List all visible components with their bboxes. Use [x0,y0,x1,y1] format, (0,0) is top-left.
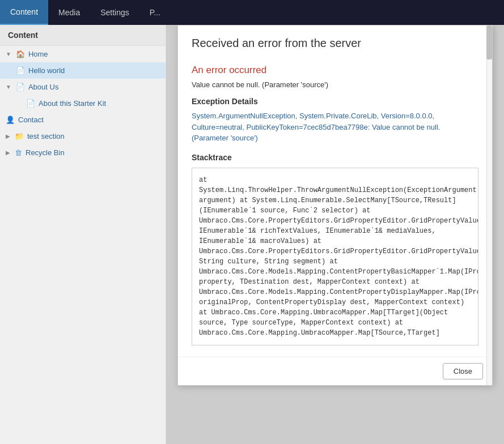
document-icon: 📄 [16,66,25,75]
stacktrace-label: Stacktrace [192,153,478,162]
close-button[interactable]: Close [443,363,483,379]
error-message: Value cannot be null. (Parameter 'source… [192,80,478,89]
sidebar-item-hello-world[interactable]: 📄 Hello world [0,62,166,79]
error-overlay: Received an error from the server An err… [166,25,504,444]
sidebar-item-starter-kit[interactable]: 📄 About this Starter Kit [0,95,166,112]
sidebar-item-home[interactable]: ▼ 🏠 Home [0,46,166,62]
sidebar-header: Content [0,25,166,46]
document-icon-3: 📄 [26,99,35,108]
main-content: Received an error from the server An err… [166,25,504,444]
sidebar-item-about-us[interactable]: ▼ 📄 About Us [0,79,166,95]
scrollbar-thumb[interactable] [486,25,492,59]
sidebar-item-test-section[interactable]: ▶ 📁 test section [0,128,166,144]
nav-tab-settings[interactable]: Settings [90,0,139,25]
test-section-caret: ▶ [6,133,10,139]
exception-details-label: Exception Details [192,97,478,106]
error-dialog: Received an error from the server An err… [177,25,493,386]
content-sidebar: Content ▼ 🏠 Home 📄 Hello world ▼ 📄 About… [0,25,166,444]
document-icon-2: 📄 [16,83,25,91]
top-navigation: Content Media Settings P... [0,0,504,25]
recycle-bin-caret: ▶ [6,150,10,156]
nav-tab-other[interactable]: P... [139,0,171,25]
about-us-caret: ▼ [6,84,11,90]
error-heading: An error occurred [192,65,478,76]
dialog-title: Received an error from the server [192,37,478,56]
sidebar-item-recycle-bin[interactable]: ▶ 🗑 Recycle Bin [0,144,166,161]
trash-icon: 🗑 [15,148,22,157]
dialog-body: Received an error from the server An err… [178,25,492,357]
home-icon: 🏠 [16,50,25,58]
nav-tab-media[interactable]: Media [48,0,90,25]
folder-icon: 📁 [15,132,24,140]
dialog-footer: Close [178,357,492,385]
exception-text: System.ArgumentNullException, System.Pri… [192,110,478,144]
person-icon: 👤 [6,116,15,124]
sidebar-item-contact[interactable]: 👤 Contact [0,112,166,128]
nav-tab-content[interactable]: Content [0,0,48,25]
home-caret: ▼ [6,51,11,57]
scrollbar-track [486,25,492,385]
stacktrace-content[interactable]: at System.Linq.ThrowHelper.ThrowArgument… [192,168,478,345]
